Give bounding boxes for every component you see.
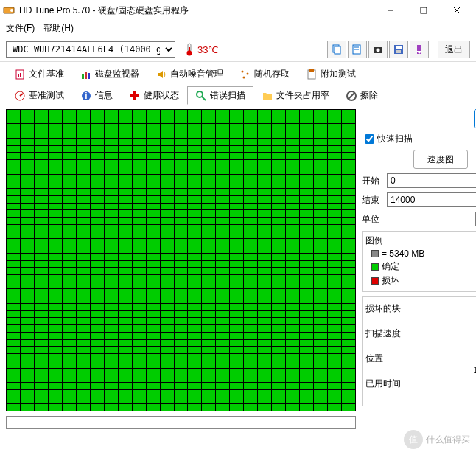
elapsed-value: 3:32 xyxy=(365,390,476,400)
speaker-icon xyxy=(155,69,167,80)
svg-rect-10 xyxy=(335,46,340,54)
start-label: 开始 xyxy=(362,175,384,187)
toolbar: WDC WUH721414ALE6L4 (14000 gB) 33℃ 退出 xyxy=(0,38,476,62)
file-icon xyxy=(14,69,26,80)
tab-health[interactable]: 健康状态 xyxy=(121,86,187,105)
random-icon xyxy=(239,69,251,80)
svg-rect-30 xyxy=(309,69,314,72)
svg-line-38 xyxy=(202,97,206,100)
legend-damaged: 损坏 xyxy=(371,274,476,287)
svg-text:i: i xyxy=(85,91,87,101)
unit-row: 单位 gB xyxy=(362,212,476,226)
save-button[interactable] xyxy=(389,41,408,58)
menubar: 文件(F) 帮助(H) xyxy=(0,21,476,38)
screenshot-button[interactable] xyxy=(368,41,388,58)
legend: 图例 = 5340 MB 确定 损坏 xyxy=(362,231,476,292)
end-row: 结束 ▲▼ xyxy=(362,192,476,207)
gauge-icon xyxy=(14,90,26,102)
stats: 损坏的块0.0 % 扫描速度n/a 位置14000 gB 已用时间3:32 xyxy=(362,296,476,406)
svg-rect-23 xyxy=(82,74,84,79)
close-button[interactable] xyxy=(440,0,473,21)
scan-grid xyxy=(6,109,356,411)
svg-rect-25 xyxy=(88,73,90,79)
grid-area xyxy=(6,109,356,429)
content: 开始 快速扫描 速度图 开始 ▲▼ 结束 ▲▼ 单位 gB 图例 = 5340 … xyxy=(0,105,476,434)
copy-text-button[interactable] xyxy=(348,41,367,58)
position-label: 位置 xyxy=(365,352,476,365)
tab-aam[interactable]: 自动噪音管理 xyxy=(147,65,231,83)
svg-point-28 xyxy=(243,76,245,78)
info-icon: i xyxy=(80,90,92,102)
speed-value: n/a xyxy=(365,340,476,350)
svg-line-40 xyxy=(349,93,354,99)
svg-rect-18 xyxy=(396,50,401,53)
tab-benchmark[interactable]: 基准测试 xyxy=(6,86,72,105)
svg-point-15 xyxy=(377,49,380,52)
watermark-icon: 值 xyxy=(404,430,423,449)
side-panel: 开始 快速扫描 速度图 开始 ▲▼ 结束 ▲▼ 单位 gB 图例 = 5340 … xyxy=(362,109,476,429)
tool-icons xyxy=(327,41,429,58)
tabs-row1: 文件基准 磁盘监视器 自动噪音管理 随机存取 附加测试 xyxy=(0,62,476,83)
svg-rect-24 xyxy=(85,72,87,79)
speed-label: 扫描速度 xyxy=(365,327,476,340)
start-row: 开始 ▲▼ xyxy=(362,173,476,188)
tab-disk-monitor[interactable]: 磁盘监视器 xyxy=(72,65,147,83)
drive-select[interactable]: WDC WUH721414ALE6L4 (14000 gB) xyxy=(6,41,175,58)
svg-rect-8 xyxy=(189,47,190,52)
folder-icon xyxy=(262,90,273,102)
window-controls xyxy=(374,0,473,21)
svg-point-37 xyxy=(197,91,203,97)
end-input[interactable] xyxy=(387,192,476,207)
watermark: 值 什么值得买 xyxy=(404,430,470,449)
unit-label: 单位 xyxy=(362,213,384,226)
monitor-icon xyxy=(80,69,92,80)
magnifier-icon xyxy=(195,90,207,102)
tabs-row2: 基准测试 i信息 健康状态 错误扫描 文件夹占用率 擦除 xyxy=(0,83,476,105)
options-button[interactable] xyxy=(410,41,429,58)
svg-point-27 xyxy=(247,72,249,74)
svg-point-26 xyxy=(242,70,244,72)
tab-folder-usage[interactable]: 文件夹占用率 xyxy=(253,86,337,105)
tab-erase[interactable]: 擦除 xyxy=(337,86,386,105)
tab-info[interactable]: i信息 xyxy=(72,86,121,105)
damaged-value: 0.0 % xyxy=(365,315,476,325)
exit-button[interactable]: 退出 xyxy=(438,41,470,58)
svg-point-1 xyxy=(10,9,13,12)
quick-scan-checkbox[interactable]: 快速扫描 xyxy=(365,133,476,145)
position-value: 14000 gB xyxy=(365,365,476,375)
temperature: 33℃ xyxy=(184,43,219,56)
menu-file[interactable]: 文件(F) xyxy=(6,22,35,35)
svg-rect-22 xyxy=(20,73,21,77)
minimize-button[interactable] xyxy=(374,0,407,21)
window-title: HD Tune Pro 5.70 - 硬盘/固态硬盘实用程序 xyxy=(19,4,374,17)
legend-block: = 5340 MB xyxy=(371,249,476,259)
app-icon xyxy=(3,4,15,16)
start-input[interactable] xyxy=(387,173,476,188)
legend-title: 图例 xyxy=(365,235,476,247)
erase-icon xyxy=(346,90,357,102)
titlebar: HD Tune Pro 5.70 - 硬盘/固态硬盘实用程序 xyxy=(0,0,476,21)
legend-ok: 确定 xyxy=(371,260,476,273)
watermark-text: 什么值得买 xyxy=(426,434,470,446)
health-icon xyxy=(129,90,141,102)
svg-rect-3 xyxy=(421,7,427,13)
tab-file-benchmark[interactable]: 文件基准 xyxy=(6,65,72,83)
progress-bar xyxy=(6,416,356,429)
speed-map-button[interactable]: 速度图 xyxy=(413,150,468,169)
tab-extra-tests[interactable]: 附加测试 xyxy=(298,65,364,83)
maximize-button[interactable] xyxy=(407,0,440,21)
end-label: 结束 xyxy=(362,194,384,206)
svg-rect-21 xyxy=(18,74,19,77)
tab-random-access[interactable]: 随机存取 xyxy=(231,65,298,83)
menu-help[interactable]: 帮助(H) xyxy=(43,22,74,35)
clipboard-icon xyxy=(306,69,318,80)
copy-info-button[interactable] xyxy=(327,41,346,58)
thermometer-icon xyxy=(184,43,195,56)
svg-rect-36 xyxy=(130,94,139,97)
tab-error-scan[interactable]: 错误扫描 xyxy=(187,86,253,105)
temperature-value: 33℃ xyxy=(197,44,219,55)
svg-rect-17 xyxy=(396,46,402,49)
elapsed-label: 已用时间 xyxy=(365,378,476,390)
damaged-label: 损坏的块 xyxy=(365,302,476,315)
